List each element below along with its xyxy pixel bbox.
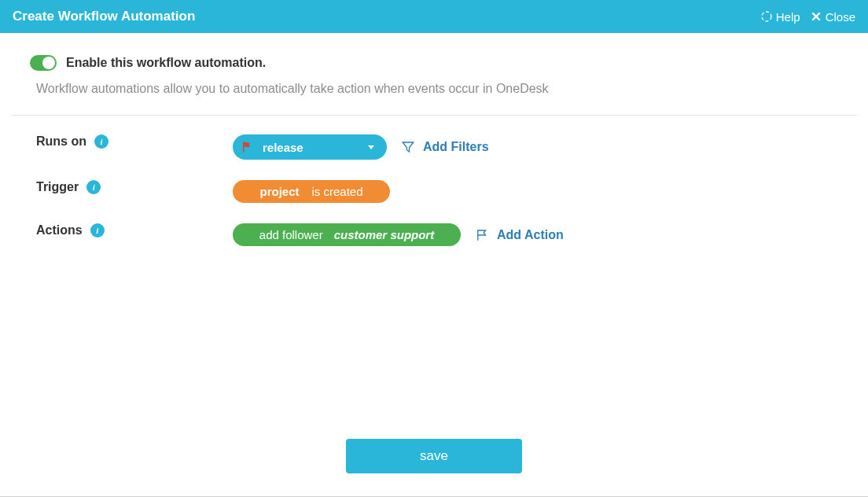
action-pill-label: add follower (259, 228, 323, 241)
enable-toggle[interactable] (30, 55, 57, 71)
close-icon (810, 10, 822, 23)
close-button[interactable]: Close (810, 10, 855, 24)
runs-on-select[interactable]: release (233, 134, 387, 160)
svg-point-0 (762, 12, 771, 21)
modal-title: Create Workflow Automation (13, 9, 195, 24)
close-label: Close (826, 10, 855, 24)
save-wrap: save (0, 439, 868, 473)
help-icon (760, 10, 773, 23)
info-icon[interactable]: i (86, 180, 101, 194)
flag-icon (241, 140, 255, 154)
enable-row: Enable this workflow automation. (30, 55, 838, 71)
runs-on-controls: release Add Filters (233, 134, 489, 160)
modal-header: Create Workflow Automation Help Close (0, 0, 868, 33)
trigger-label-wrap: Trigger i (36, 180, 233, 194)
runs-on-value: release (263, 141, 303, 154)
modal-content: Enable this workflow automation. Workflo… (0, 33, 868, 246)
actions-row: Actions i add follower customer support … (36, 223, 838, 246)
trigger-row: Trigger i project is created (36, 180, 838, 203)
form-rows: Runs on i release (36, 134, 838, 246)
actions-controls: add follower customer support Add Action (233, 223, 564, 246)
trigger-rest: is created (311, 185, 362, 198)
header-actions: Help Close (760, 10, 855, 24)
filter-icon (401, 140, 415, 154)
help-button[interactable]: Help (760, 10, 800, 24)
add-filters-label: Add Filters (423, 140, 489, 154)
trigger-label: Trigger (36, 180, 79, 194)
add-filters-button[interactable]: Add Filters (401, 140, 489, 154)
runs-on-label-wrap: Runs on i (36, 134, 233, 149)
add-action-label: Add Action (497, 228, 564, 242)
enable-label: Enable this workflow automation. (66, 56, 266, 70)
actions-label-wrap: Actions i (36, 223, 233, 237)
add-action-button[interactable]: Add Action (475, 228, 564, 242)
action-pill[interactable]: add follower customer support (233, 223, 461, 246)
description-text: Workflow automations allow you to automa… (36, 82, 838, 96)
trigger-strong: project (259, 185, 299, 198)
actions-label: Actions (36, 223, 83, 237)
trigger-controls: project is created (233, 180, 390, 203)
flag-outline-icon (475, 228, 489, 242)
runs-on-label: Runs on (36, 134, 86, 149)
save-button[interactable]: save (346, 439, 522, 473)
runs-on-row: Runs on i release (36, 134, 838, 160)
chevron-down-icon (366, 141, 376, 154)
help-label: Help (776, 10, 800, 24)
trigger-pill[interactable]: project is created (233, 180, 390, 203)
action-pill-value: customer support (334, 228, 435, 241)
info-icon[interactable]: i (90, 223, 105, 237)
divider (11, 115, 857, 116)
info-icon[interactable]: i (94, 134, 108, 149)
